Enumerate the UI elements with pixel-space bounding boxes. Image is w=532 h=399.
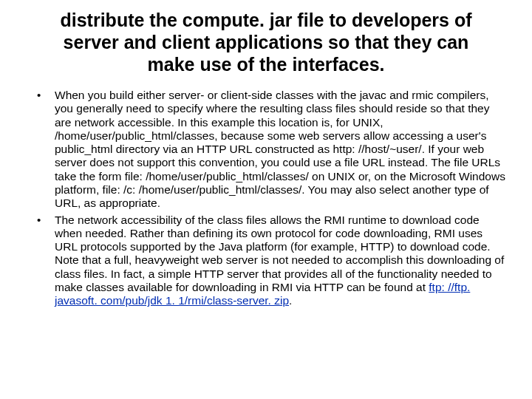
bullet-text-after: . bbox=[289, 294, 292, 307]
bullet-text: When you build either server- or client-… bbox=[55, 89, 505, 209]
bullet-list: When you build either server- or client-… bbox=[34, 89, 505, 308]
slide-title: distribute the compute. jar file to deve… bbox=[49, 9, 483, 75]
list-item: When you build either server- or client-… bbox=[34, 89, 505, 211]
slide: distribute the compute. jar file to deve… bbox=[0, 0, 532, 399]
list-item: The network accessibility of the class f… bbox=[34, 214, 505, 308]
